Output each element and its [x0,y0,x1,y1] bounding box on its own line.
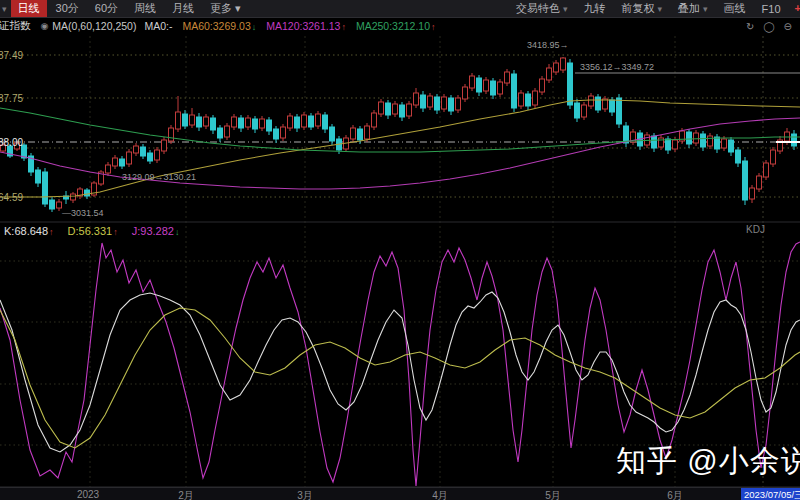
candle-body [575,103,580,118]
ma-group-label: MA(0,60,120,250) [52,20,136,32]
candle-body [127,152,132,164]
month-label: 4月 [432,489,448,500]
candle-body [792,134,797,146]
candle-body [652,136,657,148]
candle-body [764,163,769,177]
candle-body [239,118,244,128]
candle-body [43,172,48,204]
ma-line-ma120 [0,118,800,189]
ma-legend-value: MA120:3261.13↑ [266,20,346,32]
candle-body [155,150,160,160]
candle-body [659,138,664,147]
candle-body [596,97,601,110]
candle-body [386,103,391,115]
tab-周线[interactable]: 周线 [127,0,163,17]
chart-canvas[interactable] [0,0,800,500]
month-label: 5月 [545,489,561,500]
time-axis: 20232月3月4月5月6月 2023/07/05/三 [0,487,800,500]
candle-body [162,140,167,151]
candle-body [477,78,482,92]
tab-30分[interactable]: 30分 [49,0,86,17]
refresh-icon[interactable]: ↻ [746,21,754,32]
candle-body [561,58,566,70]
trading-app-window: ▾ 日线30分60分周线月线更多 ▾ 交易特色▾九转前复权▾叠加▾画线F10 +… [0,0,800,500]
tool-画线[interactable]: 画线 [716,0,754,17]
candle-body [295,117,300,128]
circle-icon[interactable]: ◯ [763,21,774,32]
kdj-value: J:93.282↓ [132,225,180,237]
tool-交易特色[interactable]: 交易特色▾ [508,0,576,17]
candle-body [302,115,307,127]
candle-body [582,105,587,117]
candle-body [176,112,181,129]
candle-body [148,153,153,161]
candle-body [50,200,55,209]
kdj-line-k [0,292,800,452]
candle-body [330,127,335,141]
ma-settings-icon[interactable]: ◉ [41,21,49,31]
candle-body [400,105,405,117]
candle-body [729,140,734,152]
trend-arrow-icon: ↑ [431,22,436,32]
tab-更多[interactable]: 更多 ▾ [203,0,248,17]
candle-body [470,76,475,88]
candle-body [610,100,615,112]
candle-body [225,126,230,137]
candle-body [435,97,440,110]
candle-body [246,118,251,127]
tool-九转[interactable]: 九转 [575,0,613,17]
candle-body [463,87,468,99]
candle-body [113,158,118,166]
candle-body [183,114,188,126]
candle-body [757,176,762,189]
kdj-value: D:56.331↑ [68,225,118,237]
kdj-indicator-header: K:68.648↑D:56.331↑J:93.282↓ [4,225,179,237]
candle-body [407,104,412,116]
candle-body [428,96,433,107]
candle-body [351,128,356,139]
zhihu-watermark: 知乎 @小余说配 [616,441,800,482]
ma-legend-value: MA0:- [144,20,172,32]
collapse-icon[interactable]: ⊖ [784,21,792,32]
month-label: 2月 [178,489,194,500]
tool-叠加[interactable]: 叠加▾ [670,0,716,17]
kdj-line-d [0,308,800,448]
candle-body [372,113,377,127]
tab-月线[interactable]: 月线 [165,0,201,17]
tool-前复权[interactable]: 前复权▾ [613,0,670,17]
tab-60分[interactable]: 60分 [88,0,125,17]
kdj-indicator-label[interactable]: KDJ [746,224,765,235]
chevron-down-icon[interactable]: ▾ [2,4,7,14]
trend-arrow-icon: ↑ [113,227,118,237]
candle-body [85,190,90,196]
candle-body [547,68,552,80]
ma-legend-value: MA250:3212.10↑ [356,20,436,32]
candle-body [701,134,706,147]
price-axis-label: 64.59 [0,192,23,203]
month-label: 3月 [297,489,313,500]
period-tabs: 日线30分60分周线月线更多 ▾ [11,0,250,17]
tool-F10[interactable]: F10 [754,2,789,16]
candle-body [694,133,699,143]
chevron-down-icon: ▾ [657,4,662,14]
candle-body [673,140,678,149]
candle-body [554,63,559,72]
candle-body [624,126,629,143]
candle-body [197,117,202,127]
candle-body [365,126,370,139]
candle-body [687,132,692,144]
chevron-down-icon: ▾ [703,4,708,14]
candle-body [533,91,538,105]
candle-body [71,194,76,200]
current-date-badge[interactable]: 2023/07/05/三 [741,488,800,500]
candle-body [491,81,496,95]
candle-body [568,63,573,105]
add-watchlist-button[interactable]: + 自选 [789,1,800,16]
candle-body [414,93,419,105]
tab-日线[interactable]: 日线 [11,0,47,17]
chevron-down-icon: ▾ [563,4,568,14]
candle-body [708,136,713,146]
trend-arrow-icon: ↑ [49,227,54,237]
candle-body [393,104,398,114]
candle-body [323,115,328,129]
